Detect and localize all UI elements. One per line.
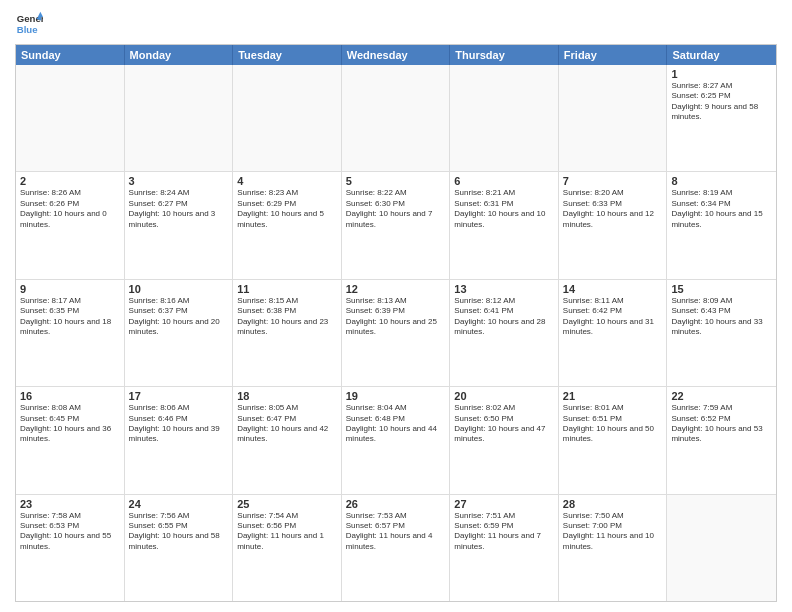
calendar-cell: 11Sunrise: 8:15 AM Sunset: 6:38 PM Dayli…	[233, 280, 342, 386]
cell-text: Sunrise: 8:21 AM Sunset: 6:31 PM Dayligh…	[454, 188, 554, 230]
week-row-1: 2Sunrise: 8:26 AM Sunset: 6:26 PM Daylig…	[16, 172, 776, 279]
calendar-cell: 20Sunrise: 8:02 AM Sunset: 6:50 PM Dayli…	[450, 387, 559, 493]
day-number: 7	[563, 175, 663, 187]
cell-text: Sunrise: 8:06 AM Sunset: 6:46 PM Dayligh…	[129, 403, 229, 445]
calendar-cell: 7Sunrise: 8:20 AM Sunset: 6:33 PM Daylig…	[559, 172, 668, 278]
cell-text: Sunrise: 7:59 AM Sunset: 6:52 PM Dayligh…	[671, 403, 772, 445]
day-number: 22	[671, 390, 772, 402]
day-number: 13	[454, 283, 554, 295]
calendar-cell: 17Sunrise: 8:06 AM Sunset: 6:46 PM Dayli…	[125, 387, 234, 493]
calendar-cell: 14Sunrise: 8:11 AM Sunset: 6:42 PM Dayli…	[559, 280, 668, 386]
calendar-cell: 9Sunrise: 8:17 AM Sunset: 6:35 PM Daylig…	[16, 280, 125, 386]
calendar-cell: 6Sunrise: 8:21 AM Sunset: 6:31 PM Daylig…	[450, 172, 559, 278]
day-number: 25	[237, 498, 337, 510]
header-day-sunday: Sunday	[16, 45, 125, 65]
day-number: 17	[129, 390, 229, 402]
cell-text: Sunrise: 7:51 AM Sunset: 6:59 PM Dayligh…	[454, 511, 554, 553]
cell-text: Sunrise: 8:26 AM Sunset: 6:26 PM Dayligh…	[20, 188, 120, 230]
calendar-cell: 28Sunrise: 7:50 AM Sunset: 7:00 PM Dayli…	[559, 495, 668, 601]
day-number: 18	[237, 390, 337, 402]
header-day-saturday: Saturday	[667, 45, 776, 65]
calendar-cell: 10Sunrise: 8:16 AM Sunset: 6:37 PM Dayli…	[125, 280, 234, 386]
day-number: 15	[671, 283, 772, 295]
calendar-cell	[667, 495, 776, 601]
day-number: 9	[20, 283, 120, 295]
day-number: 6	[454, 175, 554, 187]
cell-text: Sunrise: 8:08 AM Sunset: 6:45 PM Dayligh…	[20, 403, 120, 445]
header-day-monday: Monday	[125, 45, 234, 65]
day-number: 10	[129, 283, 229, 295]
page: General Blue SundayMondayTuesdayWednesda…	[0, 0, 792, 612]
calendar-cell: 13Sunrise: 8:12 AM Sunset: 6:41 PM Dayli…	[450, 280, 559, 386]
cell-text: Sunrise: 8:19 AM Sunset: 6:34 PM Dayligh…	[671, 188, 772, 230]
day-number: 26	[346, 498, 446, 510]
calendar-body: 1Sunrise: 8:27 AM Sunset: 6:25 PM Daylig…	[16, 65, 776, 601]
day-number: 20	[454, 390, 554, 402]
day-number: 24	[129, 498, 229, 510]
calendar-cell: 4Sunrise: 8:23 AM Sunset: 6:29 PM Daylig…	[233, 172, 342, 278]
calendar-cell: 1Sunrise: 8:27 AM Sunset: 6:25 PM Daylig…	[667, 65, 776, 171]
day-number: 1	[671, 68, 772, 80]
cell-text: Sunrise: 8:27 AM Sunset: 6:25 PM Dayligh…	[671, 81, 772, 123]
day-number: 23	[20, 498, 120, 510]
cell-text: Sunrise: 8:11 AM Sunset: 6:42 PM Dayligh…	[563, 296, 663, 338]
header-day-tuesday: Tuesday	[233, 45, 342, 65]
week-row-3: 16Sunrise: 8:08 AM Sunset: 6:45 PM Dayli…	[16, 387, 776, 494]
cell-text: Sunrise: 8:15 AM Sunset: 6:38 PM Dayligh…	[237, 296, 337, 338]
cell-text: Sunrise: 7:56 AM Sunset: 6:55 PM Dayligh…	[129, 511, 229, 553]
week-row-0: 1Sunrise: 8:27 AM Sunset: 6:25 PM Daylig…	[16, 65, 776, 172]
calendar-cell: 8Sunrise: 8:19 AM Sunset: 6:34 PM Daylig…	[667, 172, 776, 278]
day-number: 12	[346, 283, 446, 295]
calendar-cell: 15Sunrise: 8:09 AM Sunset: 6:43 PM Dayli…	[667, 280, 776, 386]
day-number: 14	[563, 283, 663, 295]
calendar-cell: 26Sunrise: 7:53 AM Sunset: 6:57 PM Dayli…	[342, 495, 451, 601]
cell-text: Sunrise: 8:04 AM Sunset: 6:48 PM Dayligh…	[346, 403, 446, 445]
cell-text: Sunrise: 8:17 AM Sunset: 6:35 PM Dayligh…	[20, 296, 120, 338]
calendar-cell: 3Sunrise: 8:24 AM Sunset: 6:27 PM Daylig…	[125, 172, 234, 278]
day-number: 21	[563, 390, 663, 402]
calendar-cell	[559, 65, 668, 171]
day-number: 5	[346, 175, 446, 187]
cell-text: Sunrise: 8:12 AM Sunset: 6:41 PM Dayligh…	[454, 296, 554, 338]
week-row-4: 23Sunrise: 7:58 AM Sunset: 6:53 PM Dayli…	[16, 495, 776, 601]
calendar-cell: 19Sunrise: 8:04 AM Sunset: 6:48 PM Dayli…	[342, 387, 451, 493]
cell-text: Sunrise: 7:54 AM Sunset: 6:56 PM Dayligh…	[237, 511, 337, 553]
cell-text: Sunrise: 8:01 AM Sunset: 6:51 PM Dayligh…	[563, 403, 663, 445]
day-number: 3	[129, 175, 229, 187]
cell-text: Sunrise: 7:58 AM Sunset: 6:53 PM Dayligh…	[20, 511, 120, 553]
cell-text: Sunrise: 8:20 AM Sunset: 6:33 PM Dayligh…	[563, 188, 663, 230]
cell-text: Sunrise: 8:23 AM Sunset: 6:29 PM Dayligh…	[237, 188, 337, 230]
cell-text: Sunrise: 8:13 AM Sunset: 6:39 PM Dayligh…	[346, 296, 446, 338]
calendar-cell: 22Sunrise: 7:59 AM Sunset: 6:52 PM Dayli…	[667, 387, 776, 493]
calendar-cell: 27Sunrise: 7:51 AM Sunset: 6:59 PM Dayli…	[450, 495, 559, 601]
calendar-header: SundayMondayTuesdayWednesdayThursdayFrid…	[16, 45, 776, 65]
calendar-cell	[450, 65, 559, 171]
cell-text: Sunrise: 8:24 AM Sunset: 6:27 PM Dayligh…	[129, 188, 229, 230]
day-number: 4	[237, 175, 337, 187]
calendar-cell	[16, 65, 125, 171]
cell-text: Sunrise: 7:53 AM Sunset: 6:57 PM Dayligh…	[346, 511, 446, 553]
day-number: 27	[454, 498, 554, 510]
cell-text: Sunrise: 8:09 AM Sunset: 6:43 PM Dayligh…	[671, 296, 772, 338]
calendar-cell: 24Sunrise: 7:56 AM Sunset: 6:55 PM Dayli…	[125, 495, 234, 601]
day-number: 11	[237, 283, 337, 295]
calendar-cell	[233, 65, 342, 171]
cell-text: Sunrise: 8:02 AM Sunset: 6:50 PM Dayligh…	[454, 403, 554, 445]
calendar: SundayMondayTuesdayWednesdayThursdayFrid…	[15, 44, 777, 602]
calendar-cell: 12Sunrise: 8:13 AM Sunset: 6:39 PM Dayli…	[342, 280, 451, 386]
cell-text: Sunrise: 8:22 AM Sunset: 6:30 PM Dayligh…	[346, 188, 446, 230]
cell-text: Sunrise: 7:50 AM Sunset: 7:00 PM Dayligh…	[563, 511, 663, 553]
svg-text:Blue: Blue	[17, 24, 38, 35]
week-row-2: 9Sunrise: 8:17 AM Sunset: 6:35 PM Daylig…	[16, 280, 776, 387]
day-number: 19	[346, 390, 446, 402]
calendar-cell	[342, 65, 451, 171]
calendar-cell: 23Sunrise: 7:58 AM Sunset: 6:53 PM Dayli…	[16, 495, 125, 601]
calendar-cell: 5Sunrise: 8:22 AM Sunset: 6:30 PM Daylig…	[342, 172, 451, 278]
day-number: 8	[671, 175, 772, 187]
logo: General Blue	[15, 10, 47, 38]
day-number: 2	[20, 175, 120, 187]
cell-text: Sunrise: 8:16 AM Sunset: 6:37 PM Dayligh…	[129, 296, 229, 338]
calendar-cell: 25Sunrise: 7:54 AM Sunset: 6:56 PM Dayli…	[233, 495, 342, 601]
header-day-wednesday: Wednesday	[342, 45, 451, 65]
calendar-cell: 16Sunrise: 8:08 AM Sunset: 6:45 PM Dayli…	[16, 387, 125, 493]
